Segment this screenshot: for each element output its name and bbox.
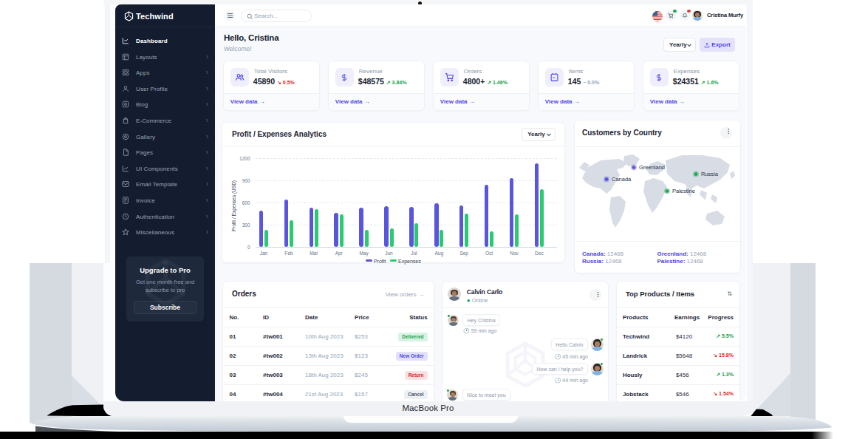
svg-text:Greenland: Greenland [639,165,665,171]
svg-text:Canada: Canada [612,177,632,183]
svg-text:Palestine: Palestine [672,188,695,195]
svg-text:Russia: Russia [701,171,719,178]
